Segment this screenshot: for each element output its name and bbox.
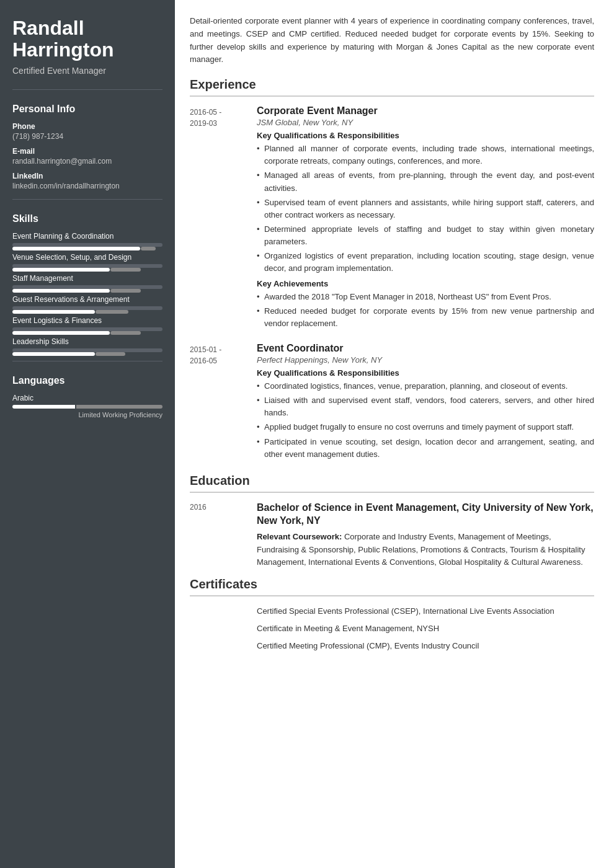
- exp-date-0: 2016-05 -2019-03: [190, 105, 246, 332]
- skill-name-4: Event Logistics & Finances: [12, 316, 162, 325]
- certificates-divider: [190, 595, 594, 596]
- cert-text-0: Certified Special Events Professional (C…: [257, 605, 594, 618]
- email-label: E-mail: [12, 147, 162, 156]
- candidate-name: RandallHarrington: [12, 17, 162, 61]
- cert-text-1: Certificate in Meeting & Event Managemen…: [257, 622, 594, 635]
- education-heading: Education: [190, 474, 594, 488]
- languages-heading: Languages: [12, 375, 162, 386]
- language-bar-0: [12, 405, 162, 409]
- divider-personal: [12, 89, 162, 90]
- education-entry-0: 2016 Bachelor of Science in Event Manage…: [190, 502, 594, 569]
- edu-coursework-label: Relevant Coursework:: [257, 532, 342, 541]
- skill-name-0: Event Planning & Coordination: [12, 232, 162, 241]
- exp-bullets-0-0: Planned all manner of corporate events, …: [257, 143, 594, 275]
- experience-entry-0: 2016-05 -2019-03 Corporate Event Manager…: [190, 105, 594, 332]
- exp-bullets-1-0: Coordinated logistics, finances, venue, …: [257, 380, 594, 461]
- bullet-item: Planned all manner of corporate events, …: [257, 143, 594, 167]
- experience-section: Experience 2016-05 -2019-03 Corporate Ev…: [190, 78, 594, 463]
- bullet-item: Applied budget frugally to ensure no cos…: [257, 421, 594, 433]
- exp-subsection-0-1: Key Achievements: [257, 279, 594, 288]
- phone-value: (718) 987-1234: [12, 132, 162, 141]
- phone-label: Phone: [12, 122, 162, 131]
- cert-entry-1: Certificate in Meeting & Event Managemen…: [190, 622, 594, 635]
- summary-text: Detail-oriented corporate event planner …: [190, 15, 594, 66]
- language-name-0: Arabic: [12, 394, 162, 402]
- cert-date-0: [190, 605, 246, 618]
- email-value: randall.harrington@gmail.com: [12, 157, 162, 166]
- sidebar: RandallHarrington Certified Event Manage…: [0, 0, 175, 868]
- experience-divider: [190, 95, 594, 97]
- education-section: Education 2016 Bachelor of Science in Ev…: [190, 474, 594, 569]
- resume-wrapper: RandallHarrington Certified Event Manage…: [0, 0, 614, 868]
- bullet-item: Participated in venue scouting, set desi…: [257, 436, 594, 461]
- edu-content-0: Bachelor of Science in Event Management,…: [257, 502, 594, 569]
- exp-subsection-1-0: Key Qualifications & Responsibilities: [257, 368, 594, 378]
- bullet-item: Organized logistics of event preparation…: [257, 250, 594, 275]
- skill-bar-0: [12, 243, 162, 247]
- edu-degree-0: Bachelor of Science in Event Management,…: [257, 502, 594, 528]
- candidate-title: Certified Event Manager: [12, 66, 162, 76]
- exp-company-0: JSM Global, New York, NY: [257, 118, 594, 127]
- certificates-heading: Certificates: [190, 577, 594, 591]
- exp-content-1: Event Coordinator Perfect Happenings, Ne…: [257, 343, 594, 463]
- linkedin-value: linkedin.com/in/randallharrington: [12, 182, 162, 190]
- cert-text-2: Certified Meeting Professional (CMP), Ev…: [257, 640, 594, 652]
- exp-bullets-0-1: Awarded the 2018 "Top Event Manager in 2…: [257, 291, 594, 330]
- skill-bar-5: [12, 348, 162, 352]
- exp-content-0: Corporate Event Manager JSM Global, New …: [257, 105, 594, 332]
- divider-languages: [12, 361, 162, 361]
- skills-heading: Skills: [12, 213, 162, 224]
- divider-skills: [12, 199, 162, 200]
- main-content: Detail-oriented corporate event planner …: [175, 0, 614, 868]
- experience-entry-1: 2015-01 -2016-05 Event Coordinator Perfe…: [190, 343, 594, 463]
- skill-bar-2: [12, 285, 162, 289]
- personal-info-heading: Personal Info: [12, 104, 162, 115]
- exp-subsection-0-0: Key Qualifications & Responsibilities: [257, 131, 594, 140]
- exp-company-1: Perfect Happenings, New York, NY: [257, 355, 594, 365]
- bullet-item: Awarded the 2018 "Top Event Manager in 2…: [257, 291, 594, 303]
- bullet-item: Managed all areas of events, from pre-pl…: [257, 169, 594, 194]
- bullet-item: Liaised with and supervised event staff,…: [257, 394, 594, 419]
- bullet-item: Coordinated logistics, finances, venue, …: [257, 380, 594, 392]
- skill-name-5: Leadership Skills: [12, 337, 162, 346]
- bullet-item: Determined appropriate levels of staffin…: [257, 223, 594, 248]
- exp-job-title-1: Event Coordinator: [257, 343, 594, 354]
- cert-date-1: [190, 622, 246, 635]
- certificates-section: Certificates Certified Special Events Pr…: [190, 577, 594, 652]
- exp-job-title-0: Corporate Event Manager: [257, 105, 594, 117]
- skill-bar-1: [12, 264, 162, 268]
- skill-name-1: Venue Selection, Setup, and Design: [12, 253, 162, 262]
- exp-date-1: 2015-01 -2016-05: [190, 343, 246, 463]
- edu-coursework-0: Relevant Coursework: Corporate and Indus…: [257, 531, 594, 568]
- skill-bar-4: [12, 327, 162, 331]
- skill-name-2: Staff Management: [12, 274, 162, 283]
- language-proficiency-0: Limited Working Proficiency: [12, 411, 162, 418]
- experience-heading: Experience: [190, 78, 594, 92]
- skill-bar-3: [12, 306, 162, 310]
- edu-date-0: 2016: [190, 502, 246, 569]
- education-divider: [190, 492, 594, 493]
- bullet-item: Reduced needed budget for corporate even…: [257, 305, 594, 330]
- linkedin-label: LinkedIn: [12, 172, 162, 180]
- skill-name-3: Guest Reservations & Arrangement: [12, 295, 162, 304]
- cert-entry-2: Certified Meeting Professional (CMP), Ev…: [190, 640, 594, 652]
- bullet-item: Supervised team of event planners and as…: [257, 197, 594, 221]
- cert-date-2: [190, 640, 246, 652]
- cert-entry-0: Certified Special Events Professional (C…: [190, 605, 594, 618]
